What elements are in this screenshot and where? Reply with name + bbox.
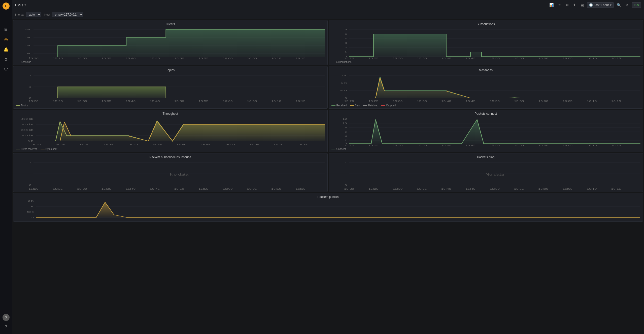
svg-text:100: 100 bbox=[25, 44, 31, 47]
title-chevron[interactable]: ∨ bbox=[24, 3, 26, 7]
svg-text:16:10: 16:10 bbox=[271, 188, 281, 190]
svg-text:15:55: 15:55 bbox=[201, 143, 211, 146]
connect-color bbox=[331, 149, 335, 149]
packets-connect-legend: Connect bbox=[331, 147, 640, 150]
app-logo[interactable]: E bbox=[2, 2, 10, 10]
svg-text:15:20: 15:20 bbox=[344, 57, 354, 60]
throughput-title: Throughput bbox=[16, 112, 325, 115]
legend-subscriptions: Subscriptions bbox=[331, 61, 352, 63]
svg-text:15:55: 15:55 bbox=[198, 57, 208, 60]
star-button[interactable]: ☆ bbox=[557, 2, 563, 8]
refresh-icon-button[interactable]: ↺ bbox=[624, 2, 630, 8]
bytes-received-label: Bytes received bbox=[21, 148, 38, 150]
copy-button[interactable]: ⧉ bbox=[564, 2, 570, 8]
svg-text:16:00: 16:00 bbox=[223, 57, 232, 60]
svg-text:16:05: 16:05 bbox=[562, 188, 572, 190]
sidebar-item-explore[interactable]: ◎ bbox=[2, 35, 11, 44]
time-range-label: Last 1 hour bbox=[594, 3, 609, 7]
svg-text:15:45: 15:45 bbox=[465, 188, 475, 190]
copy-icon: ⧉ bbox=[566, 3, 568, 7]
svg-text:15:25: 15:25 bbox=[368, 188, 378, 190]
screen-button[interactable]: ▣ bbox=[579, 2, 585, 8]
sidebar-item-shield[interactable]: 🛡 bbox=[2, 65, 11, 74]
chevron-icon: ▾ bbox=[610, 3, 612, 7]
dashboard: Clients 200 150 100 50 0 bbox=[12, 19, 644, 334]
svg-text:E: E bbox=[5, 4, 7, 8]
topics-color bbox=[16, 105, 20, 106]
dropped-color bbox=[381, 105, 385, 106]
bar-chart-button[interactable]: 📊 bbox=[548, 2, 555, 8]
topics-title: Topics bbox=[16, 68, 325, 72]
svg-text:15:55: 15:55 bbox=[514, 144, 524, 147]
topics-label: Topics bbox=[21, 104, 28, 107]
time-range-selector[interactable]: 🕐 Last 1 hour ▾ bbox=[587, 2, 614, 8]
refresh-rate-selector[interactable]: 10s bbox=[632, 2, 641, 8]
svg-text:0 B: 0 B bbox=[27, 140, 33, 143]
sent-label: Sent bbox=[355, 104, 360, 107]
subscriptions-color bbox=[331, 62, 335, 62]
title-text: EMQ bbox=[15, 3, 23, 7]
svg-marker-11 bbox=[33, 29, 325, 57]
host-label: Host bbox=[44, 13, 50, 16]
svg-text:16:10: 16:10 bbox=[274, 143, 283, 146]
svg-text:16:10: 16:10 bbox=[587, 57, 597, 60]
svg-text:16:05: 16:05 bbox=[562, 100, 572, 103]
packets-connect-title: Packets connect bbox=[331, 112, 640, 115]
interval-select[interactable]: auto bbox=[26, 12, 41, 17]
bar-chart-icon: 📊 bbox=[549, 3, 554, 7]
sidebar-item-add[interactable]: ＋ bbox=[2, 15, 11, 24]
clients-legend: Sessions bbox=[16, 60, 325, 63]
svg-text:15:55: 15:55 bbox=[198, 100, 208, 103]
svg-text:15:20: 15:20 bbox=[344, 144, 354, 147]
packets-subscribe-chart: 1 0 15:20 15:25 15:30 15:35 15:40 15:45 … bbox=[16, 160, 325, 190]
screen-icon: ▣ bbox=[581, 3, 584, 7]
svg-text:200 kB: 200 kB bbox=[21, 129, 33, 132]
svg-text:16:15: 16:15 bbox=[298, 143, 308, 146]
sidebar-item-grid[interactable]: ⊞ bbox=[2, 25, 11, 34]
received-label: Received bbox=[336, 104, 347, 107]
clients-title: Clients bbox=[16, 22, 325, 26]
legend-retained: Retained bbox=[363, 104, 378, 107]
svg-text:6: 6 bbox=[345, 131, 347, 133]
topbar-actions: 📊 ☆ ⧉ ⬆ ▣ 🕐 Last 1 hour ▾ 🔍 bbox=[548, 2, 641, 8]
clients-panel: Clients 200 150 100 50 0 bbox=[13, 20, 328, 65]
topics-panel: Topics 2 1 0 bbox=[13, 66, 328, 109]
svg-text:3: 3 bbox=[345, 42, 347, 45]
svg-text:15:25: 15:25 bbox=[368, 144, 378, 147]
share-button[interactable]: ⬆ bbox=[571, 2, 578, 8]
svg-text:15:20: 15:20 bbox=[344, 100, 354, 103]
svg-text:15:55: 15:55 bbox=[514, 188, 524, 190]
sidebar-item-alerts[interactable]: 🔔 bbox=[2, 45, 11, 54]
svg-text:15:25: 15:25 bbox=[53, 57, 63, 60]
svg-text:16:05: 16:05 bbox=[562, 144, 572, 147]
svg-text:0: 0 bbox=[345, 184, 347, 187]
search-button[interactable]: 🔍 bbox=[615, 2, 623, 8]
throughput-legend: Bytes received Bytes sent bbox=[16, 147, 325, 150]
legend-sessions: Sessions bbox=[16, 61, 31, 63]
svg-text:15:50: 15:50 bbox=[174, 100, 184, 103]
topics-legend: Topics bbox=[16, 103, 325, 107]
svg-text:15:40: 15:40 bbox=[128, 143, 138, 146]
svg-text:2: 2 bbox=[345, 46, 347, 49]
svg-text:15:40: 15:40 bbox=[441, 188, 451, 190]
host-select[interactable]: emqx~127.0.0.1 bbox=[52, 12, 83, 17]
svg-text:16:00: 16:00 bbox=[538, 57, 548, 60]
bytes-sent-label: Bytes sent bbox=[46, 148, 57, 150]
sidebar-item-help[interactable]: ? bbox=[2, 322, 11, 331]
svg-text:15:45: 15:45 bbox=[465, 57, 475, 60]
user-avatar[interactable]: ? bbox=[3, 314, 10, 321]
legend-topics: Topics bbox=[16, 104, 28, 107]
svg-text:16:05: 16:05 bbox=[247, 100, 257, 103]
svg-text:200: 200 bbox=[25, 28, 31, 31]
page-title: EMQ ∨ bbox=[15, 3, 26, 7]
messages-chart: 2 K 1 K 500 0 bbox=[331, 73, 640, 103]
svg-text:1: 1 bbox=[29, 86, 31, 88]
svg-text:15:30: 15:30 bbox=[393, 57, 402, 60]
chart-row-5: Packets publish 2 K 1 K 500 0 bbox=[13, 193, 643, 222]
svg-text:0: 0 bbox=[29, 97, 31, 100]
chart-row-1: Clients 200 150 100 50 0 bbox=[13, 20, 643, 65]
svg-text:1: 1 bbox=[345, 161, 347, 164]
sidebar-item-settings[interactable]: ⚙ bbox=[2, 55, 11, 64]
svg-text:2: 2 bbox=[345, 139, 347, 142]
clients-chart: 200 150 100 50 0 bbox=[16, 27, 325, 60]
